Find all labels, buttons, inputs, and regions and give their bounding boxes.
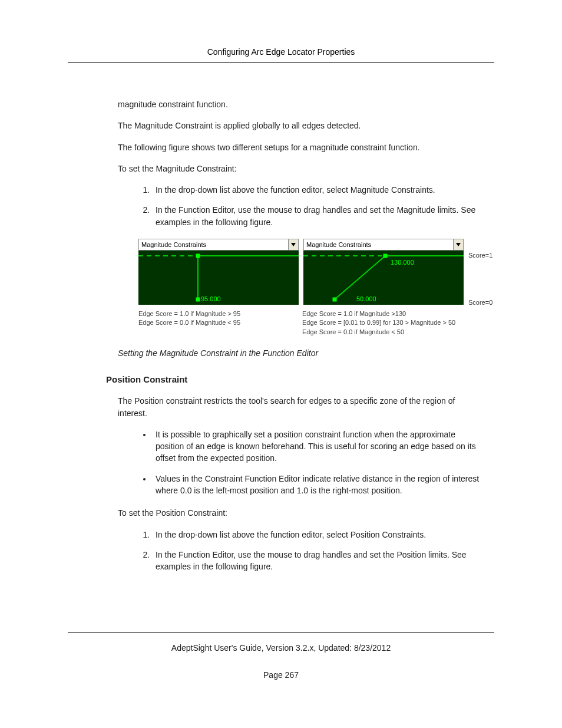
page: Configuring Arc Edge Locator Properties … <box>0 0 562 728</box>
body-block-2: The Position constraint restricts the to… <box>118 395 480 572</box>
paragraph: To set the Magnitude Constraint: <box>118 163 480 174</box>
dropdown-magnitude-constraints-left[interactable]: Magnitude Constraints <box>138 239 299 251</box>
chevron-down-icon <box>288 239 298 250</box>
header-rule <box>68 62 494 63</box>
chart-right-column: Magnitude Constraints 130.00 <box>303 239 464 305</box>
paragraph: The following figure shows two different… <box>118 141 480 153</box>
axis-label-top: Score=1 <box>468 252 492 259</box>
list-item: In the Function Editor, use the mouse to… <box>152 549 480 573</box>
paragraph: The Magnitude Constraint is applied glob… <box>118 120 480 131</box>
dropdown-label: Magnitude Constraints <box>139 241 288 248</box>
chart-caption-right: Edge Score = 1.0 if Magnitude >130 Edge … <box>302 309 512 337</box>
list-item: In the drop-down list above the function… <box>152 529 480 541</box>
drag-handle[interactable] <box>196 298 200 302</box>
value-label: 50.000 <box>356 295 376 302</box>
chevron-down-icon <box>453 239 463 250</box>
figure-caption: Setting the Magnitude Constraint in the … <box>118 348 494 358</box>
section-heading-position-constraint: Position Constraint <box>106 374 494 384</box>
value-label: 130.000 <box>391 259 414 266</box>
footer-rule <box>68 632 494 633</box>
axis-labels: Score=1 Score=0 <box>468 252 492 306</box>
bulleted-list: It is possible to graphically set a posi… <box>118 429 480 496</box>
paragraph: The Position constraint restricts the to… <box>118 395 480 419</box>
paragraph: To set the Position Constraint: <box>118 507 480 519</box>
list-item: Values in the Constraint Function Editor… <box>152 473 480 497</box>
axis-label-bottom: Score=0 <box>468 299 492 306</box>
ordered-list-2: In the drop-down list above the function… <box>118 529 480 573</box>
chart-caption-left: Edge Score = 1.0 if Magnitude > 95 Edge … <box>138 309 302 337</box>
dropdown-label: Magnitude Constraints <box>304 241 453 248</box>
page-header-title: Configuring Arc Edge Locator Properties <box>68 47 494 57</box>
list-item: In the drop-down list above the function… <box>152 184 480 196</box>
dropdown-magnitude-constraints-right[interactable]: Magnitude Constraints <box>303 239 464 251</box>
list-item: In the Function Editor, use the mouse to… <box>152 204 480 228</box>
page-number: Page 267 <box>68 670 494 680</box>
footer-line: AdeptSight User's Guide, Version 3.2.x, … <box>68 643 494 653</box>
chart-left-column: Magnitude Constraints <box>138 239 299 305</box>
ordered-list: In the drop-down list above the function… <box>118 184 480 228</box>
drag-handle[interactable] <box>333 298 337 302</box>
paragraph: magnitude constraint function. <box>118 98 480 110</box>
drag-handle[interactable] <box>384 254 388 258</box>
body-block: magnitude constraint function. The Magni… <box>118 98 480 228</box>
svg-line-5 <box>335 256 385 299</box>
drag-handle[interactable] <box>196 254 200 258</box>
figure-magnitude-constraint: Magnitude Constraints <box>138 239 512 337</box>
value-label: 95.000 <box>201 295 221 302</box>
list-item: It is possible to graphically set a posi… <box>152 429 480 465</box>
function-editor-plot-left[interactable]: 95.000 <box>138 251 299 305</box>
function-editor-plot-right[interactable]: 130.000 50.000 <box>303 251 464 305</box>
